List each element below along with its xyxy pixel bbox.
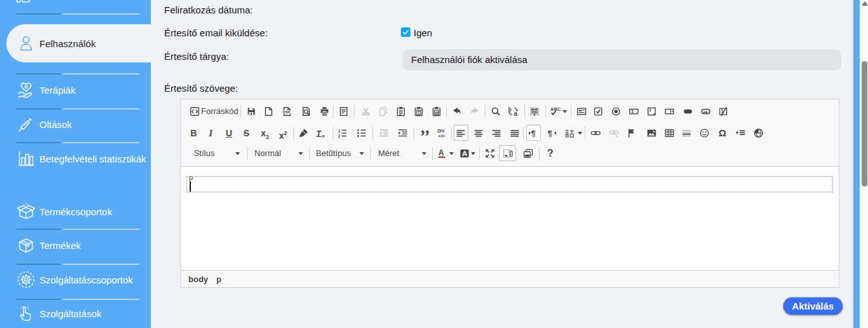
svg-text:DIV: DIV [437,128,445,132]
svg-text:1: 1 [339,129,341,132]
svg-text:T: T [417,110,420,115]
svg-text:</>: </> [438,133,444,138]
svg-text:A: A [438,148,444,157]
svg-text:x: x [615,134,617,138]
svg-text:PDF: PDF [283,110,290,114]
svg-text:2: 2 [339,134,341,138]
svg-text:x: x [322,133,325,138]
svg-text:¶: ¶ [547,129,552,138]
svg-text:W: W [435,111,438,115]
svg-text:A: A [462,150,467,157]
svg-text:¶: ¶ [531,129,536,138]
svg-text:b: b [508,106,511,113]
